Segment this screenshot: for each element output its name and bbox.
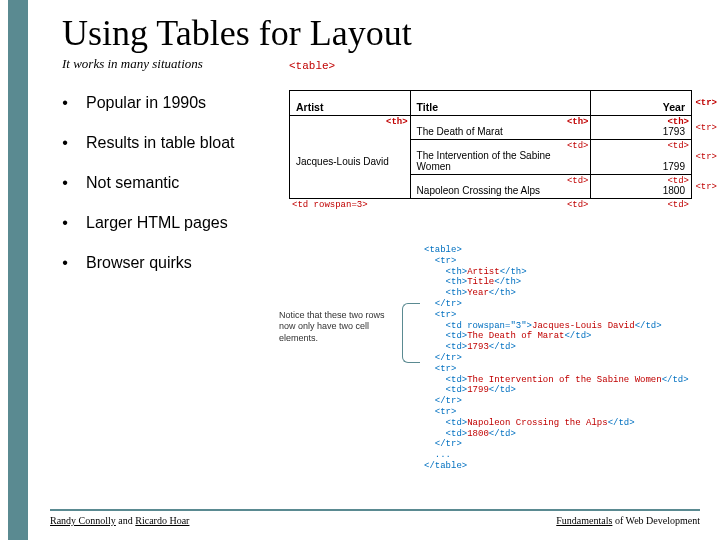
code-block: <table> <tr> <th>Artist</th> <th>Title</… xyxy=(424,245,689,472)
tag-table: <table> xyxy=(289,60,335,72)
td-year: 1800<td><tr> xyxy=(591,175,692,199)
slide-subtitle: It works in many situations xyxy=(62,56,692,72)
bullet-text: Popular in 1990s xyxy=(86,94,206,112)
footer: Randy Connolly and Ricardo Hoar Fundamen… xyxy=(50,509,700,526)
bullet-text: Results in table bloat xyxy=(86,134,235,152)
footer-left: Randy Connolly and Ricardo Hoar xyxy=(50,515,189,526)
bullet-item: •Not semantic xyxy=(62,174,277,192)
example-table: Artist<th> Title<th> Year<th><tr> Jacque… xyxy=(289,90,692,199)
bracket-icon xyxy=(402,303,420,363)
td-title: The Death of Marat<td> xyxy=(410,116,591,140)
td-artist-rowspan: Jacques-Louis David<td rowspan=3> xyxy=(290,116,411,199)
bullet-text: Browser quirks xyxy=(86,254,192,272)
bullet-item: •Larger HTML pages xyxy=(62,214,277,232)
footer-right: Fundamentals of Web Development xyxy=(556,515,700,526)
bullet-text: Not semantic xyxy=(86,174,179,192)
td-year: 1793<td><tr> xyxy=(591,116,692,140)
th-artist: Artist<th> xyxy=(290,91,411,116)
bullet-text: Larger HTML pages xyxy=(86,214,228,232)
slide-title: Using Tables for Layout xyxy=(62,12,692,54)
td-year: 1799<td><tr> xyxy=(591,140,692,175)
th-year: Year<th><tr> xyxy=(591,91,692,116)
bullet-item: •Results in table bloat xyxy=(62,134,277,152)
table-row: Jacques-Louis David<td rowspan=3> The De… xyxy=(290,116,692,140)
td-title: Napoleon Crossing the Alps<td> xyxy=(410,175,591,199)
th-title: Title<th> xyxy=(410,91,591,116)
bullet-item: •Popular in 1990s xyxy=(62,94,277,112)
diagram: <table> Artist<th> Title<th> Year<th><tr… xyxy=(289,90,692,294)
bullet-item: •Browser quirks xyxy=(62,254,277,272)
slide: Using Tables for Layout It works in many… xyxy=(0,0,720,540)
table-row: Artist<th> Title<th> Year<th><tr> xyxy=(290,91,692,116)
note-box: Notice that these two rows now only have… xyxy=(279,310,399,344)
bullet-list: •Popular in 1990s •Results in table bloa… xyxy=(62,90,277,294)
td-title: The Intervention of the Sabine Women<td> xyxy=(410,140,591,175)
